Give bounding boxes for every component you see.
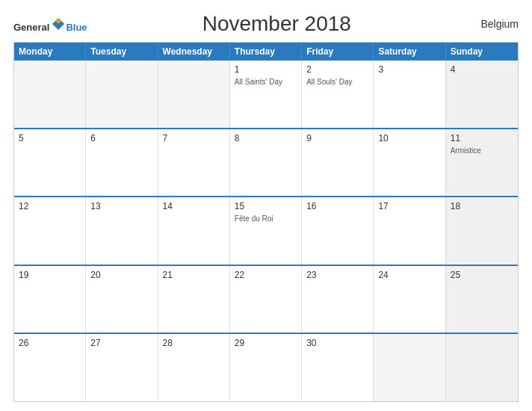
calendar-cell: 21: [158, 266, 230, 333]
calendar-cell: 8: [230, 129, 302, 197]
day-number: 26: [19, 338, 81, 348]
day-number: 16: [306, 201, 368, 211]
day-number: 22: [235, 270, 297, 280]
day-number: 4: [451, 64, 513, 75]
day-number: 10: [378, 133, 440, 143]
calendar-cell: 26: [14, 334, 86, 401]
day-number: 15: [235, 201, 297, 211]
day-number: 5: [19, 133, 81, 143]
day-number: 29: [235, 338, 297, 348]
holiday-label: All Saints' Day: [235, 77, 297, 87]
day-number: 19: [19, 270, 81, 280]
country-label: Belgium: [466, 18, 519, 30]
calendar-cell: 18: [446, 197, 518, 265]
calendar-cell: 23: [302, 266, 374, 333]
calendar-cell: 22: [230, 266, 302, 333]
day-number: 23: [306, 270, 368, 280]
calendar-cell: 16: [302, 197, 374, 265]
calendar-cell: [446, 334, 518, 401]
calendar-cell: 13: [86, 197, 158, 265]
calendar: MondayTuesdayWednesdayThursdayFridaySatu…: [13, 42, 519, 402]
calendar-cell: 5: [14, 129, 86, 197]
day-number: 30: [306, 338, 368, 348]
day-number: 9: [306, 133, 368, 143]
day-number: 14: [163, 201, 225, 211]
logo-flag-icon: [51, 16, 66, 31]
page: General Blue November 2018 Belgium Monda…: [0, 0, 532, 411]
calendar-cell: 27: [86, 334, 158, 401]
calendar-cell: 1All Saints' Day: [230, 61, 302, 128]
calendar-header: MondayTuesdayWednesdayThursdayFridaySatu…: [14, 43, 518, 61]
calendar-cell: 30: [302, 334, 374, 401]
weekday-header-friday: Friday: [302, 43, 374, 61]
calendar-cell: 12: [14, 197, 86, 265]
day-number: 13: [90, 201, 152, 211]
day-number: 6: [90, 133, 152, 143]
day-number: 27: [90, 338, 152, 348]
calendar-cell: 11Armistice: [446, 129, 518, 197]
calendar-cell: 20: [86, 266, 158, 333]
calendar-row-1: 1All Saints' Day2All Souls' Day34: [14, 61, 518, 128]
calendar-row-3: 12131415Fête du Roi161718: [14, 196, 518, 265]
day-number: 1: [235, 64, 297, 75]
calendar-cell: [374, 334, 445, 401]
calendar-cell: 19: [14, 266, 86, 333]
calendar-cell: 4: [446, 61, 518, 128]
day-number: 2: [306, 64, 368, 75]
day-number: 8: [235, 133, 297, 143]
calendar-cell: 2All Souls' Day: [302, 61, 374, 128]
calendar-cell: [158, 61, 230, 128]
calendar-cell: 17: [374, 197, 445, 265]
holiday-label: All Souls' Day: [306, 77, 368, 87]
day-number: 11: [451, 133, 513, 143]
day-number: 21: [163, 270, 225, 280]
logo-blue-text: Blue: [66, 22, 87, 32]
header: General Blue November 2018 Belgium: [13, 12, 519, 36]
calendar-cell: 15Fête du Roi: [230, 197, 302, 265]
day-number: 28: [163, 338, 225, 348]
day-number: 20: [90, 270, 152, 280]
weekday-header-monday: Monday: [14, 43, 86, 61]
holiday-label: Armistice: [451, 146, 513, 155]
logo-general-text: General: [13, 22, 49, 32]
day-number: 24: [378, 270, 440, 280]
calendar-cell: 28: [158, 334, 230, 401]
calendar-cell: 29: [230, 334, 302, 401]
calendar-row-4: 19202122232425: [14, 265, 518, 333]
calendar-title: November 2018: [87, 12, 466, 36]
day-number: 17: [378, 201, 440, 211]
weekday-header-thursday: Thursday: [230, 43, 302, 61]
day-number: 18: [451, 201, 513, 211]
logo: General Blue: [13, 16, 87, 32]
weekday-header-saturday: Saturday: [374, 43, 445, 61]
calendar-cell: 3: [374, 61, 445, 128]
calendar-cell: [14, 61, 86, 128]
calendar-row-5: 2627282930: [14, 333, 518, 401]
calendar-row-2: 567891011Armistice: [14, 128, 518, 197]
calendar-cell: 14: [158, 197, 230, 265]
day-number: 3: [378, 64, 440, 75]
calendar-cell: 25: [446, 266, 518, 333]
weekday-header-sunday: Sunday: [446, 43, 518, 61]
calendar-body: 1All Saints' Day2All Souls' Day345678910…: [14, 61, 518, 401]
calendar-cell: 10: [374, 129, 445, 197]
day-number: 7: [163, 133, 225, 143]
day-number: 25: [451, 270, 513, 280]
calendar-cell: 24: [374, 266, 445, 333]
calendar-cell: 7: [158, 129, 230, 197]
calendar-cell: [86, 61, 158, 128]
calendar-cell: 6: [86, 129, 158, 197]
weekday-header-tuesday: Tuesday: [86, 43, 158, 61]
weekday-header-wednesday: Wednesday: [158, 43, 230, 61]
calendar-cell: 9: [302, 129, 374, 197]
holiday-label: Fête du Roi: [235, 214, 297, 223]
day-number: 12: [19, 201, 81, 211]
